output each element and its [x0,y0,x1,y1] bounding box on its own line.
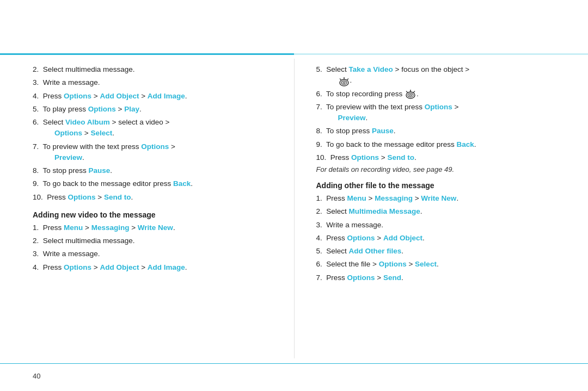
right-column: 5. Select Take a Video > focus on the ob… [316,59,556,358]
keyword-messaging: Messaging [91,224,130,232]
right-main-list: 5. Select Take a Video > focus on the ob… [316,64,556,163]
keyword-add-object: Add Object [100,263,139,271]
list-item: 3. Write a message. [33,249,272,259]
item-text: To go back to the message editor press B… [43,179,193,188]
keyword-preview: Preview [338,114,366,122]
item-text: To go back to the message editor press B… [326,140,476,148]
keyword-options: Options [64,263,91,271]
keyword-add-object: Add Object [100,92,139,100]
item-number: 6. [316,90,324,98]
list-item: 10. Press Options > Send to. [33,192,272,203]
item-number: 2. [33,65,41,73]
list-item: 7. To preview with the text press Option… [316,102,556,124]
list-item: 4. Press Options > Add Object > Add Imag… [33,262,272,273]
keyword-pause: Pause [89,166,111,175]
list-item: 4. Press Options > Add Object > Add Imag… [33,91,272,102]
keyword-add-object: Add Object [383,234,422,242]
list-item: 5. Select Add Other files. [316,246,556,257]
item-text: Select the file > Options > Select. [326,260,438,268]
item-number: 4. [33,92,41,100]
list-item: 8. To stop press Pause. [33,165,272,176]
list-item: 1. Press Menu > Messaging > Write New. [316,193,556,204]
svg-point-7 [408,94,413,97]
page-number: 40 [33,372,40,380]
svg-line-10 [406,91,408,93]
item-text: Select Take a Video > focus on the objec… [326,65,469,84]
item-text: Select Multimedia Message. [326,207,422,215]
section-heading-other-file: Adding other file to the message [316,181,556,190]
keyword-menu: Menu [64,224,83,232]
list-item: 3. Write a message. [33,77,272,88]
item-number: 3. [33,78,41,86]
item-text: To stop press Pause. [326,127,396,135]
bottom-border [0,363,588,364]
list-item: 4. Press Options > Add Object. [316,233,556,244]
list-item: 6. To stop recording press . [316,89,556,100]
keyword-options: Options [351,153,379,162]
top-border-right [294,53,588,55]
keyword-play: Play [124,105,139,113]
svg-point-8 [409,95,412,96]
item-text: Press Options > Add Object > Add Image. [43,92,187,100]
item-text: Write a message. [43,78,100,86]
italic-note: For details on recording video, see page… [316,165,556,173]
content-wrapper: 2. Select multimedia message. 3. Write a… [33,59,555,358]
keyword-options: Options [64,92,91,100]
item-number: 5. [316,65,324,73]
item-text: Select Video Album > select a video > Op… [43,118,170,137]
list-item: 5. Select Take a Video > focus on the ob… [316,64,556,86]
item-text: Press Options > Add Object > Add Image. [43,263,187,271]
item-text: Press Options > Send to. [330,153,416,162]
item-text: Select Add Other files. [326,247,403,255]
keyword-options: Options [68,193,96,201]
list-item: 8. To stop press Pause. [316,126,556,136]
keyword-options: Options [54,129,82,137]
keyword-send-to: Send to [104,193,131,201]
item-text: Press Menu > Messaging > Write New. [326,194,458,202]
list-item: 10. Press Options > Send to. [316,152,556,163]
keyword-options: Options [88,105,116,113]
list-item: 2. Select multimedia message. [33,235,272,246]
item-number: 3. [316,221,324,229]
list-item: 6. Select the file > Options > Select. [316,259,556,270]
keyword-options: Options [347,274,375,282]
keyword-video-album: Video Album [65,118,110,126]
item-number: 2. [316,207,324,215]
keyword-add-other-files: Add Other files [349,247,402,255]
keyword-send: Send [383,274,401,282]
item-number: 7. [316,274,324,282]
item-number: 6. [33,118,41,126]
item-text: Press Options > Send. [326,274,403,282]
column-divider [294,59,295,358]
keyword-add-image: Add Image [148,92,185,100]
item-number: 8. [33,166,41,175]
item-text: To stop press Pause. [43,166,113,175]
left-section-list: 1. Press Menu > Messaging > Write New. 2… [33,222,272,273]
keyword-back: Back [173,179,191,188]
section-heading-new-video: Adding new video to the message [33,210,272,219]
item-number: 8. [316,127,324,135]
keyword-messaging: Messaging [375,194,413,202]
item-text: To play press Options > Play. [43,105,142,113]
list-item: 7. Press Options > Send. [316,272,556,283]
list-item: 9. To go back to the message editor pres… [33,178,272,189]
list-item: 2. Select Multimedia Message. [316,206,556,217]
list-item: 6. Select Video Album > select a video >… [33,117,272,139]
item-text: Select multimedia message. [43,237,135,245]
item-number: 4. [33,263,41,271]
left-main-list: 2. Select multimedia message. 3. Write a… [33,64,272,203]
svg-line-11 [413,91,415,93]
svg-point-2 [343,82,345,83]
left-column: 2. Select multimedia message. 3. Write a… [33,59,272,358]
item-number: 10. [316,153,329,162]
item-number: 7. [33,142,41,151]
item-number: 1. [33,224,41,232]
keyword-preview: Preview [54,153,82,162]
item-number: 9. [33,179,41,188]
svg-point-1 [341,80,347,84]
svg-line-5 [347,78,348,80]
list-item: 3. Write a message. [316,220,556,231]
list-item: 9. To go back to the message editor pres… [316,139,556,150]
keyword-write-new: Write New [138,224,173,232]
page: 2. Select multimedia message. 3. Write a… [0,0,588,391]
